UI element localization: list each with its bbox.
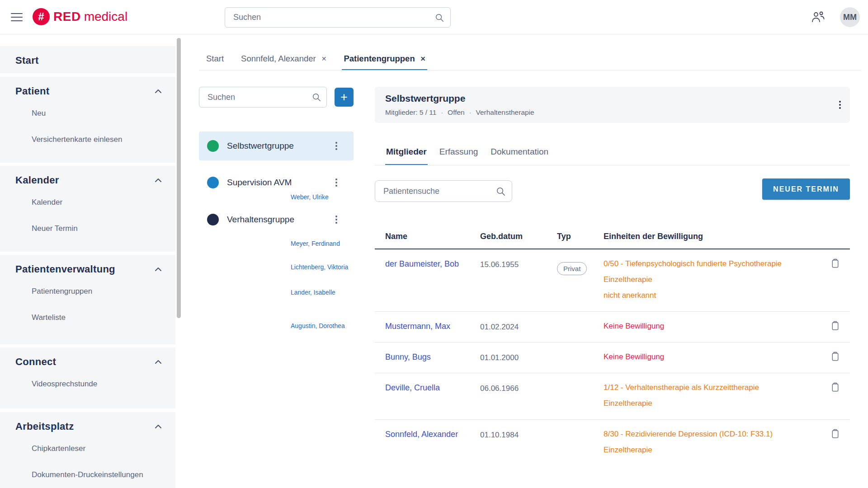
global-search-input[interactable] — [225, 7, 451, 28]
sidebar-item-warteliste[interactable]: Warteliste — [0, 305, 175, 331]
group-options-icon[interactable] — [334, 175, 339, 190]
sidebar-item-neu[interactable]: Neu — [0, 100, 175, 127]
sidebar-section-patient: PatientNeuVersichertenkarte einlesen — [0, 77, 175, 163]
sidebar-scrollbar[interactable] — [177, 38, 181, 318]
authorization-units: Keine Bewilligung — [604, 352, 823, 368]
table-row: Sonnfeld, Alexander01.10.19848/30 - Rezi… — [375, 420, 850, 466]
authorization-units: 8/30 - Rezidivierende Depression (ICD-10… — [604, 430, 823, 461]
subtitle-part: Verhaltenstherapie — [476, 108, 534, 117]
tab-mitglieder[interactable]: Mitglieder — [385, 147, 428, 165]
authorization-units: 0/50 - Tiefenpsychologisch fundierte Psy… — [604, 259, 823, 307]
patient-type — [557, 322, 604, 338]
patient-type — [557, 383, 604, 415]
detail-tab-bar: MitgliederErfassungDokumentation — [385, 147, 549, 165]
sidebar-section-header-patientenverwaltung[interactable]: Patientenverwaltung — [0, 255, 175, 278]
new-appointment-button[interactable]: NEUER TERMIN — [762, 178, 850, 200]
patient-dob: 15.06.1955 — [480, 259, 557, 307]
detail-tabbar-divider — [375, 165, 850, 165]
delete-member-icon[interactable] — [830, 428, 850, 461]
group-title: Selbstwertgruppe — [385, 93, 465, 104]
chevron-up-icon[interactable] — [155, 176, 162, 184]
add-group-button[interactable]: + — [335, 88, 354, 107]
sidebar-item-patientengruppen[interactable]: Patientengruppen — [0, 278, 175, 305]
authorization-units: Keine Bewilligung — [604, 322, 823, 338]
sidebar-item-kalender[interactable]: Kalender — [0, 189, 175, 216]
chevron-up-icon[interactable] — [155, 265, 162, 273]
sidebar-item-neuer-termin[interactable]: Neuer Termin — [0, 216, 175, 242]
group-row-selbstwertgruppe[interactable]: Selbstwertgruppe — [199, 131, 354, 160]
column-header-actions — [823, 232, 850, 241]
sidebar-section-header-connect[interactable]: Connect — [0, 347, 175, 371]
chevron-up-icon[interactable] — [155, 358, 162, 366]
group-search — [199, 87, 327, 108]
sidebar-section-header-patient[interactable]: Patient — [0, 77, 175, 100]
sidebar-section-title: Patientenverwaltung — [15, 263, 115, 275]
group-options-icon[interactable] — [334, 139, 339, 153]
group-member-link-meyer-ferdinand[interactable]: Meyer, Ferdinand — [291, 240, 340, 247]
chevron-up-icon[interactable] — [155, 422, 162, 431]
group-member-link-augustin-dorothea[interactable]: Augustin, Dorothea — [291, 322, 345, 329]
delete-member-icon[interactable] — [830, 381, 850, 415]
patient-type — [557, 352, 604, 368]
sidebar-section-title: Start — [15, 55, 39, 66]
sidebar-section-header-arbeitsplatz[interactable]: Arbeitsplatz — [0, 412, 175, 436]
subtitle-separator: · — [441, 109, 443, 116]
authorization-units: 1/12 - Verhaltenstherapie als Kurzzeitth… — [604, 383, 823, 415]
sidebar: StartPatientNeuVersichertenkarte einlese… — [0, 34, 175, 488]
group-search-input[interactable] — [199, 87, 327, 108]
sidebar-item-dokumenten-druckeinstellungen[interactable]: Dokumenten-Druckeinstellungen — [0, 462, 175, 488]
authorization-unit-line: Einzeltherapie — [604, 399, 823, 408]
table-row: Deville, Cruella06.06.19661/12 - Verhalt… — [375, 373, 850, 420]
patient-name-link[interactable]: Deville, Cruella — [375, 383, 480, 415]
sidebar-section-header-kalender[interactable]: Kalender — [0, 166, 175, 189]
sidebar-section-title: Connect — [15, 356, 56, 368]
sidebar-section-kalender: KalenderKalenderNeuer Termin — [0, 166, 175, 252]
patient-dob: 06.06.1966 — [480, 383, 557, 415]
group-options-icon[interactable] — [334, 212, 339, 227]
patient-name-link[interactable]: Mustermann, Max — [375, 322, 480, 338]
table-row: Mustermann, Max01.02.2024Keine Bewilligu… — [375, 312, 850, 343]
patient-name-link[interactable]: Sonnfeld, Alexander — [375, 430, 480, 461]
logo-icon: # — [33, 8, 50, 25]
table-header-row: NameGeb.datumTypEinheiten der Bewilligun… — [375, 226, 850, 249]
chevron-up-icon[interactable] — [155, 87, 162, 95]
tab-dokumentation[interactable]: Dokumentation — [490, 147, 549, 165]
app-logo: # RED medical — [33, 8, 127, 25]
delete-member-icon[interactable] — [830, 351, 850, 368]
sidebar-item-versichertenkarte-einlesen[interactable]: Versichertenkarte einlesen — [0, 127, 175, 153]
tab-erfassung[interactable]: Erfassung — [439, 147, 479, 165]
group-menu-icon[interactable] — [837, 98, 843, 112]
group-color-dot — [207, 177, 219, 188]
sidebar-item-videosprechstunde[interactable]: Videosprechstunde — [0, 371, 175, 397]
sidebar-item-chipkartenleser[interactable]: Chipkartenleser — [0, 436, 175, 462]
group-color-dot — [207, 214, 219, 225]
table-row: der Baumeister, Bob15.06.1955Privat0/50 … — [375, 249, 850, 312]
patient-name-link[interactable]: Bunny, Bugs — [375, 352, 480, 368]
group-name: Selbstwertgruppe — [227, 141, 294, 151]
subtitle-part: Offen — [448, 108, 465, 117]
group-row-supervision-avm[interactable]: Supervision AVM — [199, 168, 354, 197]
sidebar-section-arbeitsplatz: ArbeitsplatzChipkartenleserDokumenten-Dr… — [0, 412, 175, 488]
delete-member-icon[interactable] — [830, 320, 850, 338]
authorization-unit-line: Einzeltherapie — [604, 275, 823, 284]
search-icon — [311, 92, 321, 104]
users-icon[interactable] — [810, 11, 826, 23]
subtitle-separator: · — [469, 109, 472, 116]
group-member-link-weber-ulrike[interactable]: Weber, Ulrike — [291, 193, 329, 201]
sidebar-section-title: Arbeitsplatz — [15, 421, 74, 432]
global-search — [225, 7, 451, 28]
logo-text-bold: RED — [53, 9, 81, 24]
group-row-verhaltensgruppe[interactable]: Verhaltensgruppe — [199, 205, 354, 234]
sidebar-section-header-start[interactable]: Start — [0, 46, 175, 70]
delete-member-icon[interactable] — [830, 258, 850, 307]
avatar[interactable]: MM — [840, 7, 860, 27]
menu-icon[interactable] — [11, 11, 23, 23]
group-member-link-lander-isabelle[interactable]: Lander, Isabelle — [291, 289, 335, 296]
sidebar-section-patientenverwaltung: PatientenverwaltungPatientengruppenWarte… — [0, 255, 175, 344]
group-member-link-lichtenberg-viktoria[interactable]: Lichtenberg, Viktoria — [291, 263, 348, 271]
column-header-geb-datum: Geb.datum — [480, 232, 557, 241]
sidebar-section-start: Start — [0, 46, 175, 73]
patient-search-input[interactable] — [375, 180, 512, 202]
group-name: Supervision AVM — [227, 178, 292, 188]
patient-name-link[interactable]: der Baumeister, Bob — [375, 259, 480, 307]
